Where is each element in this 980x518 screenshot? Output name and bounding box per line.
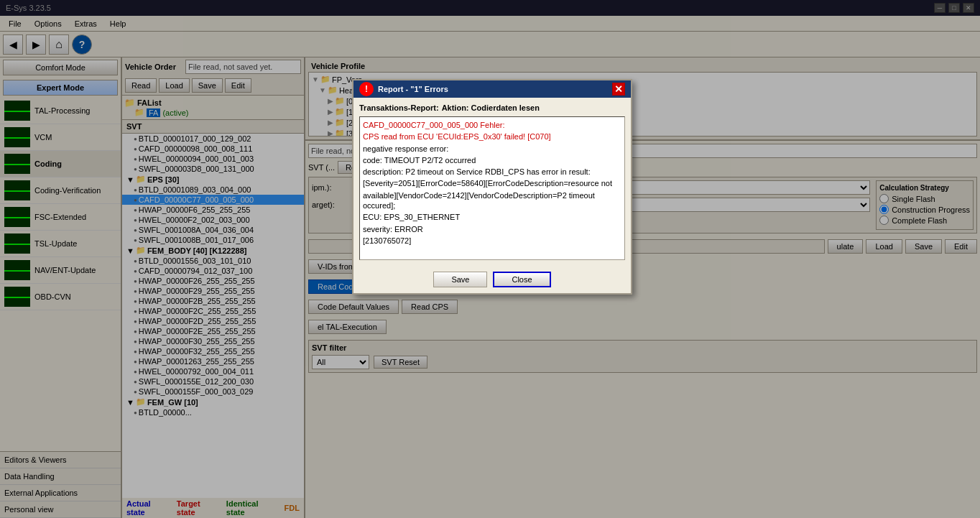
modal-header-action: Aktion: Codierdaten lesen — [442, 103, 540, 112]
modal-title-bar: ! Report - "1" Errors ✕ — [353, 80, 631, 98]
modal-line-9: severity: ERROR — [363, 224, 621, 234]
modal-line-2: CPS read from ECU 'ECUId:EPS_0x30' faile… — [363, 131, 621, 142]
modal-content: Transaktions-Report: Aktion: Codierdaten… — [353, 98, 631, 266]
modal-line-3: negative response error: — [363, 144, 621, 154]
modal-error-icon: ! — [359, 82, 374, 96]
modal-line-7: available][VendorCode=2142][VendorCodeDe… — [363, 190, 621, 211]
modal-line-4: code: TIMEOUT P2/T2 occurred — [363, 155, 621, 165]
modal-line-6: [Severity=2051][ErrorCode=58640][ErrorCo… — [363, 178, 621, 188]
modal-line-10: [2130765072] — [363, 236, 621, 246]
modal-line-1: CAFD_00000C77_000_005_000 Fehler: — [363, 120, 621, 130]
modal-close-x-button[interactable]: ✕ — [612, 83, 625, 96]
modal-line-5: description: P2 timeout on Service RDBI_… — [363, 167, 621, 177]
modal-close-button[interactable]: Close — [493, 272, 550, 287]
modal-buttons-row: Save Close — [353, 266, 631, 293]
modal-header-label: Transaktions-Report: — [359, 103, 439, 112]
modal-line-8: ECU: EPS_30_ETHERNET — [363, 212, 621, 222]
modal-save-button[interactable]: Save — [433, 272, 487, 287]
modal-title-row: ! Report - "1" Errors — [359, 82, 448, 96]
report-modal: ! Report - "1" Errors ✕ Transaktions-Rep… — [352, 79, 632, 295]
modal-title: Report - "1" Errors — [378, 85, 448, 93]
modal-header-row: Transaktions-Report: Aktion: Codierdaten… — [359, 103, 625, 112]
modal-overlay: ! Report - "1" Errors ✕ Transaktions-Rep… — [0, 0, 980, 518]
modal-text-area: CAFD_00000C77_000_005_000 Fehler: CPS re… — [359, 116, 625, 260]
